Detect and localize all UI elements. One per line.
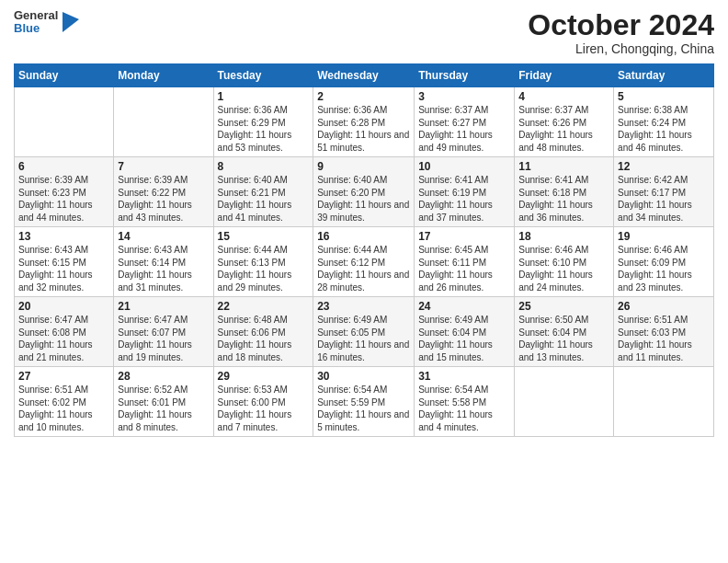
day-info: Sunrise: 6:54 AMSunset: 5:59 PMDaylight:… xyxy=(317,384,410,433)
day-info: Sunrise: 6:49 AMSunset: 6:05 PMDaylight:… xyxy=(317,314,410,363)
day-number: 8 xyxy=(218,160,310,173)
day-info: Sunrise: 6:36 AMSunset: 6:29 PMDaylight:… xyxy=(218,104,310,154)
table-row: 24Sunrise: 6:49 AMSunset: 6:04 PMDayligh… xyxy=(415,297,515,367)
day-number: 20 xyxy=(18,300,109,313)
day-number: 30 xyxy=(317,370,410,383)
day-number: 12 xyxy=(618,160,710,173)
day-number: 28 xyxy=(118,370,209,383)
day-info: Sunrise: 6:44 AMSunset: 6:13 PMDaylight:… xyxy=(218,244,310,293)
table-row: 5Sunrise: 6:38 AMSunset: 6:24 PMDaylight… xyxy=(614,87,714,157)
day-number: 17 xyxy=(418,230,510,243)
table-row: 26Sunrise: 6:51 AMSunset: 6:03 PMDayligh… xyxy=(614,297,714,367)
svg-marker-0 xyxy=(63,12,79,32)
calendar-table: Sunday Monday Tuesday Wednesday Thursday… xyxy=(14,63,714,437)
col-wednesday: Wednesday xyxy=(313,64,415,87)
table-row xyxy=(614,367,714,437)
table-row: 21Sunrise: 6:47 AMSunset: 6:07 PMDayligh… xyxy=(114,297,213,367)
day-number: 18 xyxy=(518,230,609,243)
calendar-week-row: 6Sunrise: 6:39 AMSunset: 6:23 PMDaylight… xyxy=(15,157,714,227)
day-number: 14 xyxy=(118,230,209,243)
table-row: 29Sunrise: 6:53 AMSunset: 6:00 PMDayligh… xyxy=(213,367,313,437)
day-number: 9 xyxy=(317,160,410,173)
day-info: Sunrise: 6:41 AMSunset: 6:19 PMDaylight:… xyxy=(418,174,510,224)
day-number: 22 xyxy=(218,300,310,313)
logo-line2: Blue xyxy=(14,22,58,35)
table-row: 11Sunrise: 6:41 AMSunset: 6:18 PMDayligh… xyxy=(515,157,614,227)
day-number: 31 xyxy=(418,370,510,383)
day-number: 13 xyxy=(18,230,109,243)
day-info: Sunrise: 6:37 AMSunset: 6:26 PMDaylight:… xyxy=(518,104,609,154)
table-row: 2Sunrise: 6:36 AMSunset: 6:28 PMDaylight… xyxy=(313,87,415,157)
day-number: 24 xyxy=(418,300,510,313)
header: General Blue October 2024 Liren, Chongqi… xyxy=(14,9,714,56)
day-number: 15 xyxy=(218,230,310,243)
day-info: Sunrise: 6:47 AMSunset: 6:07 PMDaylight:… xyxy=(118,314,209,363)
calendar-week-row: 27Sunrise: 6:51 AMSunset: 6:02 PMDayligh… xyxy=(15,367,714,437)
day-info: Sunrise: 6:47 AMSunset: 6:08 PMDaylight:… xyxy=(18,314,109,363)
day-number: 11 xyxy=(518,160,609,173)
day-number: 10 xyxy=(418,160,510,173)
day-info: Sunrise: 6:43 AMSunset: 6:15 PMDaylight:… xyxy=(18,244,109,293)
day-info: Sunrise: 6:46 AMSunset: 6:10 PMDaylight:… xyxy=(518,244,609,293)
calendar-week-row: 20Sunrise: 6:47 AMSunset: 6:08 PMDayligh… xyxy=(15,297,714,367)
table-row: 31Sunrise: 6:54 AMSunset: 5:58 PMDayligh… xyxy=(415,367,515,437)
table-row xyxy=(114,87,213,157)
table-row: 12Sunrise: 6:42 AMSunset: 6:17 PMDayligh… xyxy=(614,157,714,227)
day-info: Sunrise: 6:43 AMSunset: 6:14 PMDaylight:… xyxy=(118,244,209,293)
table-row: 1Sunrise: 6:36 AMSunset: 6:29 PMDaylight… xyxy=(213,87,313,157)
day-info: Sunrise: 6:46 AMSunset: 6:09 PMDaylight:… xyxy=(618,244,710,293)
day-info: Sunrise: 6:50 AMSunset: 6:04 PMDaylight:… xyxy=(518,314,609,363)
day-info: Sunrise: 6:41 AMSunset: 6:18 PMDaylight:… xyxy=(518,174,609,224)
table-row: 27Sunrise: 6:51 AMSunset: 6:02 PMDayligh… xyxy=(15,367,114,437)
day-number: 16 xyxy=(317,230,410,243)
day-number: 23 xyxy=(317,300,410,313)
day-info: Sunrise: 6:40 AMSunset: 6:21 PMDaylight:… xyxy=(218,174,310,224)
table-row: 14Sunrise: 6:43 AMSunset: 6:14 PMDayligh… xyxy=(114,227,213,297)
day-info: Sunrise: 6:49 AMSunset: 6:04 PMDaylight:… xyxy=(418,314,510,363)
table-row: 10Sunrise: 6:41 AMSunset: 6:19 PMDayligh… xyxy=(415,157,515,227)
day-info: Sunrise: 6:51 AMSunset: 6:03 PMDaylight:… xyxy=(618,314,710,363)
day-info: Sunrise: 6:39 AMSunset: 6:23 PMDaylight:… xyxy=(18,174,109,224)
table-row: 3Sunrise: 6:37 AMSunset: 6:27 PMDaylight… xyxy=(415,87,515,157)
day-number: 19 xyxy=(618,230,710,243)
day-number: 7 xyxy=(118,160,209,173)
page: General Blue October 2024 Liren, Chongqi… xyxy=(0,0,728,451)
col-thursday: Thursday xyxy=(415,64,515,87)
day-info: Sunrise: 6:45 AMSunset: 6:11 PMDaylight:… xyxy=(418,244,510,293)
day-number: 29 xyxy=(218,370,310,383)
table-row: 25Sunrise: 6:50 AMSunset: 6:04 PMDayligh… xyxy=(515,297,614,367)
table-row: 6Sunrise: 6:39 AMSunset: 6:23 PMDaylight… xyxy=(15,157,114,227)
day-number: 2 xyxy=(317,90,410,103)
day-number: 3 xyxy=(418,90,510,103)
logo-text: General Blue xyxy=(14,9,58,36)
calendar-week-row: 1Sunrise: 6:36 AMSunset: 6:29 PMDaylight… xyxy=(15,87,714,157)
table-row: 30Sunrise: 6:54 AMSunset: 5:59 PMDayligh… xyxy=(313,367,415,437)
day-number: 27 xyxy=(18,370,109,383)
day-info: Sunrise: 6:52 AMSunset: 6:01 PMDaylight:… xyxy=(118,384,209,433)
table-row: 13Sunrise: 6:43 AMSunset: 6:15 PMDayligh… xyxy=(15,227,114,297)
table-row: 7Sunrise: 6:39 AMSunset: 6:22 PMDaylight… xyxy=(114,157,213,227)
table-row: 16Sunrise: 6:44 AMSunset: 6:12 PMDayligh… xyxy=(313,227,415,297)
day-info: Sunrise: 6:48 AMSunset: 6:06 PMDaylight:… xyxy=(218,314,310,363)
day-info: Sunrise: 6:53 AMSunset: 6:00 PMDaylight:… xyxy=(218,384,310,433)
logo: General Blue xyxy=(14,9,79,36)
calendar-week-row: 13Sunrise: 6:43 AMSunset: 6:15 PMDayligh… xyxy=(15,227,714,297)
table-row: 9Sunrise: 6:40 AMSunset: 6:20 PMDaylight… xyxy=(313,157,415,227)
table-row: 8Sunrise: 6:40 AMSunset: 6:21 PMDaylight… xyxy=(213,157,313,227)
table-row xyxy=(15,87,114,157)
col-friday: Friday xyxy=(515,64,614,87)
col-tuesday: Tuesday xyxy=(213,64,313,87)
table-row: 23Sunrise: 6:49 AMSunset: 6:05 PMDayligh… xyxy=(313,297,415,367)
day-number: 25 xyxy=(518,300,609,313)
location: Liren, Chongqing, China xyxy=(528,41,714,56)
day-info: Sunrise: 6:36 AMSunset: 6:28 PMDaylight:… xyxy=(317,104,410,154)
day-number: 6 xyxy=(18,160,109,173)
table-row: 18Sunrise: 6:46 AMSunset: 6:10 PMDayligh… xyxy=(515,227,614,297)
day-number: 4 xyxy=(518,90,609,103)
table-row: 28Sunrise: 6:52 AMSunset: 6:01 PMDayligh… xyxy=(114,367,213,437)
table-row: 22Sunrise: 6:48 AMSunset: 6:06 PMDayligh… xyxy=(213,297,313,367)
day-info: Sunrise: 6:44 AMSunset: 6:12 PMDaylight:… xyxy=(317,244,410,293)
table-row: 4Sunrise: 6:37 AMSunset: 6:26 PMDaylight… xyxy=(515,87,614,157)
table-row: 15Sunrise: 6:44 AMSunset: 6:13 PMDayligh… xyxy=(213,227,313,297)
day-number: 1 xyxy=(218,90,310,103)
